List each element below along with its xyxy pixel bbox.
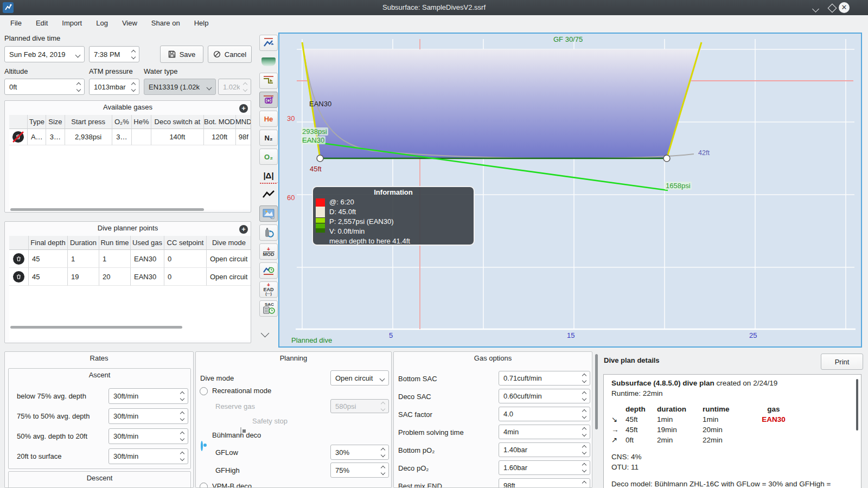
col-run-time[interactable]: Run time (99, 236, 131, 250)
menu-import[interactable]: Import (55, 15, 89, 31)
bottom-po2-spinbox[interactable]: 1.40bar (499, 442, 590, 457)
toolbar-he-button[interactable]: He (259, 111, 278, 127)
toolbar-o2-button[interactable]: O₂ (259, 149, 278, 165)
col-mnd[interactable]: MND (236, 115, 251, 129)
minimize-icon[interactable] (812, 5, 819, 12)
toolbar-heartrate-button[interactable] (259, 187, 278, 203)
date-select[interactable]: Sun Feb 24, 2019 (4, 46, 85, 62)
toolbar-sac-button[interactable]: SAC (259, 300, 278, 317)
add-gas-button[interactable]: + (239, 104, 248, 113)
col-bot-mod[interactable]: Bot. MOD (204, 115, 236, 129)
gas-row[interactable]: A… 3… 2,938psi 3… 140ft 120ft 98f (9, 129, 251, 145)
ceiling-gradient-icon (261, 57, 276, 66)
bottom-sac-spinbox[interactable]: 0.71cuft/min (499, 371, 590, 386)
spin-up-icon[interactable] (131, 49, 136, 54)
bottom-po2-label: Bottom pO₂ (398, 446, 435, 454)
menu-log[interactable]: Log (89, 15, 115, 31)
planned-dive-tab[interactable]: Planned dive (291, 336, 332, 344)
plan-table-header: depthdurationruntimegas (611, 404, 853, 414)
rate-spinbox[interactable]: 30ft/min (108, 428, 188, 444)
point-row[interactable]: 45 19 20 EAN30 0 Open circuit (9, 268, 251, 286)
plan-details-text[interactable]: Subsurface (4.8.5.0) dive plan created o… (603, 374, 861, 488)
menu-edit[interactable]: Edit (29, 15, 55, 31)
col-size[interactable]: Size (46, 115, 65, 129)
delete-point-icon[interactable] (13, 271, 24, 282)
time-spinbox[interactable]: 7:38 PM (89, 46, 139, 62)
altitude-spinbox[interactable]: 0ft (4, 79, 85, 95)
menu-file[interactable]: File (3, 15, 29, 31)
bottom-vscrollbar[interactable] (595, 354, 598, 429)
buhlmann-label: Bühlmann deco (212, 431, 261, 439)
toolbar-ndl-button[interactable] (259, 262, 278, 279)
water-type-select[interactable]: EN13319 (1.02k (144, 79, 216, 95)
rate-spinbox[interactable]: 30ft/min (108, 388, 188, 404)
col-dive-mode[interactable]: Dive mode (207, 236, 251, 250)
dive-profile-chart[interactable]: GF 30/75 EAN30 2938psi EAN30 45ft 42ft 1… (278, 33, 862, 348)
toolbar-calculated-ceiling-button[interactable] (259, 73, 278, 89)
delete-gas-icon[interactable] (12, 131, 24, 143)
gases-hscrollbar[interactable] (10, 208, 204, 211)
col-used-gas[interactable]: Used gas (131, 236, 164, 250)
points-hscrollbar[interactable] (10, 326, 182, 329)
toolbar-ceiling-gradient-button[interactable] (259, 54, 278, 70)
density-spinbox: 1.02k( (218, 79, 251, 95)
planning-panel: Planning Dive mode Open circuit Recreati… (195, 351, 392, 488)
gflow-spinbox[interactable]: 30% (330, 445, 389, 460)
deco-po2-spinbox[interactable]: 1.60bar (499, 460, 590, 475)
point-row[interactable]: 45 1 1 EAN30 0 Open circuit (9, 250, 251, 268)
vpmb-radio[interactable] (200, 483, 208, 488)
col-final-depth[interactable]: Final depth (29, 236, 68, 250)
col-start-press[interactable]: Start press (65, 115, 112, 129)
toolbar-mod-button[interactable]: + MOD (259, 243, 278, 260)
toolbar-gaschange-button[interactable] (259, 224, 278, 241)
menu-view[interactable]: View (115, 15, 144, 31)
sac-factor-spinbox[interactable]: 4.0 (499, 407, 590, 421)
toolbar-tissues-button[interactable]: |Δ| (259, 168, 278, 184)
problem-solving-spinbox[interactable]: 4min (499, 425, 590, 439)
plan-vscrollbar[interactable] (856, 379, 858, 431)
delete-point-icon[interactable] (13, 253, 24, 265)
spin-down-icon[interactable] (131, 54, 136, 59)
col-he[interactable]: He% (132, 115, 151, 129)
menu-help[interactable]: Help (187, 15, 216, 31)
bottom-sac-label: Bottom SAC (398, 375, 437, 383)
start-pressure-gas-label: EAN30 (301, 136, 326, 144)
col-type[interactable]: Type (28, 115, 46, 129)
y-tick-60: 60 (287, 194, 295, 202)
add-point-button[interactable]: + (239, 225, 248, 234)
depth-marker-label: 45ft (310, 165, 322, 173)
save-button[interactable]: Save (160, 46, 203, 63)
close-icon[interactable]: ✕ (839, 2, 850, 13)
col-o2[interactable]: O₂% (112, 115, 132, 129)
points-header-row: Final depth Duration Run time Used gas C… (9, 236, 251, 250)
recreational-radio[interactable] (200, 387, 208, 395)
toolbar-dive-events-button[interactable] (259, 35, 278, 51)
buhlmann-radio[interactable] (201, 441, 203, 451)
dive-mode-select[interactable]: Open circuit (330, 370, 389, 386)
cancel-button[interactable]: Cancel (208, 46, 252, 63)
menu-bar: File Edit Import Log View Share on Help (0, 15, 868, 31)
subsurface-window: Subsurface: SampleDivesV2.ssrf ✕ File Ed… (0, 0, 868, 488)
toolbar-scroll-down[interactable] (262, 330, 268, 338)
print-button[interactable]: Print (821, 354, 863, 370)
chevron-down-icon (261, 329, 270, 338)
atm-pressure-spinbox[interactable]: 1013mbar (89, 79, 139, 95)
sac-factor-label: SAC factor (398, 410, 432, 419)
rates-panel: Rates Ascent below 75% avg. depth 30ft/m… (4, 351, 194, 488)
toolbar-n2-button[interactable]: N₂ (259, 130, 278, 146)
toolbar-setpoint-button[interactable] (259, 92, 278, 108)
gfhigh-spinbox[interactable]: 75% (330, 463, 389, 478)
toolbar-ead-button[interactable]: + EAD (···) (259, 281, 278, 298)
toolbar-photos-button[interactable] (259, 206, 278, 222)
rate-spinbox[interactable]: 30ft/min (108, 408, 188, 424)
menu-share-on[interactable]: Share on (144, 15, 187, 31)
rate-spinbox[interactable]: 30ft/min (108, 448, 188, 464)
col-duration[interactable]: Duration (68, 236, 99, 250)
deco-sac-spinbox[interactable]: 0.60cuft/min (499, 389, 590, 403)
col-deco-switch[interactable]: Deco switch at (151, 115, 204, 129)
mean-depth-label: 42ft (698, 149, 710, 157)
col-cc-setpoint[interactable]: CC setpoint (164, 236, 207, 250)
best-mix-end-spinbox[interactable]: 98ft (499, 478, 590, 488)
tank-icon (263, 227, 275, 239)
planned-dive-time-label: Planned dive time (4, 34, 60, 42)
